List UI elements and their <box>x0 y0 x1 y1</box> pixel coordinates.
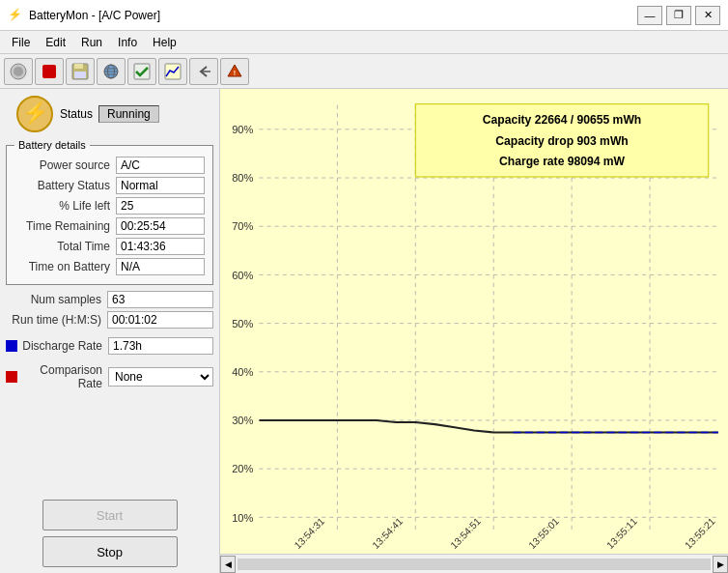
toolbar: ! <box>0 54 728 89</box>
chart-scrollbar: ◀ ▶ <box>220 554 728 573</box>
scroll-right-button[interactable]: ▶ <box>713 556 728 573</box>
minimize-button[interactable]: — <box>637 6 662 25</box>
window-title: BatteryMon - [A/C Power] <box>29 9 637 22</box>
window-controls: — ❐ ✕ <box>637 6 720 25</box>
num-samples-label: Num samples <box>6 293 107 306</box>
discharge-rate-label: Discharge Rate <box>21 339 108 353</box>
main-area: ⚡ Status Running Battery details Power s… <box>0 89 728 573</box>
svg-text:20%: 20% <box>232 463 253 474</box>
total-time-label: Total Time <box>14 240 116 253</box>
restore-button[interactable]: ❐ <box>666 6 691 25</box>
detail-battery-status: Battery Status Normal <box>14 177 205 194</box>
menu-help[interactable]: Help <box>145 34 184 51</box>
svg-text:⚡: ⚡ <box>22 100 49 126</box>
menu-info[interactable]: Info <box>110 34 145 51</box>
app-icon: ⚡ <box>8 8 23 23</box>
detail-time-remaining: Time Remaining 00:25:54 <box>14 217 205 235</box>
svg-text:Capacity 22664 / 90655 mWh: Capacity 22664 / 90655 mWh <box>483 112 641 126</box>
menu-bar: File Edit Run Info Help <box>0 31 728 54</box>
discharge-indicator <box>6 340 17 352</box>
toolbar-btn-globe[interactable] <box>97 58 126 85</box>
battery-status-label: Battery Status <box>14 179 116 192</box>
run-time-row: Run time (H:M:S) 00:01:02 <box>6 311 213 329</box>
power-source-label: Power source <box>14 158 116 172</box>
num-samples-row: Num samples 63 <box>6 291 213 308</box>
detail-life-left: % Life left 25 <box>14 197 205 215</box>
status-label: Status <box>60 107 93 121</box>
svg-text:Charge rate 98094 mW: Charge rate 98094 mW <box>499 155 625 168</box>
samples-section: Num samples 63 Run time (H:M:S) 00:01:02 <box>6 291 213 331</box>
menu-file[interactable]: File <box>4 34 38 51</box>
toolbar-btn-stop[interactable] <box>35 58 64 85</box>
time-on-battery-value: N/A <box>116 258 205 275</box>
discharge-rate-value: 1.73h <box>108 337 213 355</box>
menu-run[interactable]: Run <box>73 34 110 51</box>
detail-total-time: Total Time 01:43:36 <box>14 238 205 255</box>
comparison-indicator <box>6 371 17 383</box>
time-remaining-value: 00:25:54 <box>116 217 205 235</box>
num-samples-value: 63 <box>107 291 213 308</box>
menu-edit[interactable]: Edit <box>38 34 73 51</box>
total-time-value: 01:43:36 <box>116 238 205 255</box>
toolbar-btn-back[interactable] <box>189 58 218 85</box>
time-remaining-label: Time Remaining <box>14 219 116 233</box>
battery-details-group: Battery details Power source A/C Battery… <box>6 139 213 285</box>
toolbar-btn-stop2[interactable]: ! <box>220 58 249 85</box>
chart-svg: 90% 80% 70% 60% 50% 40% 30% 20% 10% 13:5… <box>220 89 728 554</box>
life-left-label: % Life left <box>14 199 116 213</box>
comparison-rate-label: Comparison Rate <box>21 363 108 390</box>
detail-time-on-battery: Time on Battery N/A <box>14 258 205 275</box>
status-row: ⚡ Status Running <box>6 95 213 133</box>
svg-text:80%: 80% <box>232 172 253 184</box>
run-time-value: 00:01:02 <box>107 311 213 329</box>
title-bar: ⚡ BatteryMon - [A/C Power] — ❐ ✕ <box>0 0 728 31</box>
svg-rect-2 <box>42 65 56 78</box>
battery-status-value: Normal <box>116 177 205 194</box>
run-time-label: Run time (H:M:S) <box>6 313 107 327</box>
stop-button[interactable]: Stop <box>42 536 178 567</box>
svg-text:Capacity drop 903 mWh: Capacity drop 903 mWh <box>495 133 628 147</box>
toolbar-btn-save[interactable] <box>66 58 95 85</box>
comparison-rate-row: Comparison Rate None <box>6 363 213 390</box>
discharge-rate-row: Discharge Rate 1.73h <box>6 337 213 355</box>
battery-details-legend: Battery details <box>14 139 90 151</box>
comparison-rate-select[interactable]: None <box>108 367 213 387</box>
svg-text:90%: 90% <box>232 124 253 135</box>
status-icon: ⚡ <box>15 95 54 133</box>
svg-text:!: ! <box>234 70 236 76</box>
time-on-battery-label: Time on Battery <box>14 260 116 273</box>
power-source-value: A/C <box>116 157 205 174</box>
svg-text:70%: 70% <box>232 220 253 232</box>
svg-text:60%: 60% <box>232 269 253 280</box>
svg-text:50%: 50% <box>232 318 253 329</box>
svg-point-1 <box>14 67 23 76</box>
toolbar-btn-1[interactable] <box>4 58 33 85</box>
status-value: Running <box>98 105 159 123</box>
svg-text:30%: 30% <box>232 415 253 426</box>
chart-inner: 90% 80% 70% 60% 50% 40% 30% 20% 10% 13:5… <box>220 89 728 554</box>
scroll-track[interactable] <box>238 559 711 570</box>
button-row: Start Stop <box>6 494 213 567</box>
svg-rect-4 <box>74 64 83 69</box>
scroll-left-button[interactable]: ◀ <box>220 556 236 573</box>
svg-rect-5 <box>74 72 86 78</box>
detail-power-source: Power source A/C <box>14 157 205 174</box>
svg-text:40%: 40% <box>232 366 253 378</box>
toolbar-btn-chart[interactable] <box>158 58 187 85</box>
left-panel: ⚡ Status Running Battery details Power s… <box>0 89 220 573</box>
life-left-value: 25 <box>116 197 205 215</box>
close-button[interactable]: ✕ <box>695 6 720 25</box>
svg-text:10%: 10% <box>232 511 253 523</box>
chart-area: 90% 80% 70% 60% 50% 40% 30% 20% 10% 13:5… <box>220 89 728 573</box>
start-button[interactable]: Start <box>42 500 178 530</box>
toolbar-btn-check[interactable] <box>127 58 156 85</box>
